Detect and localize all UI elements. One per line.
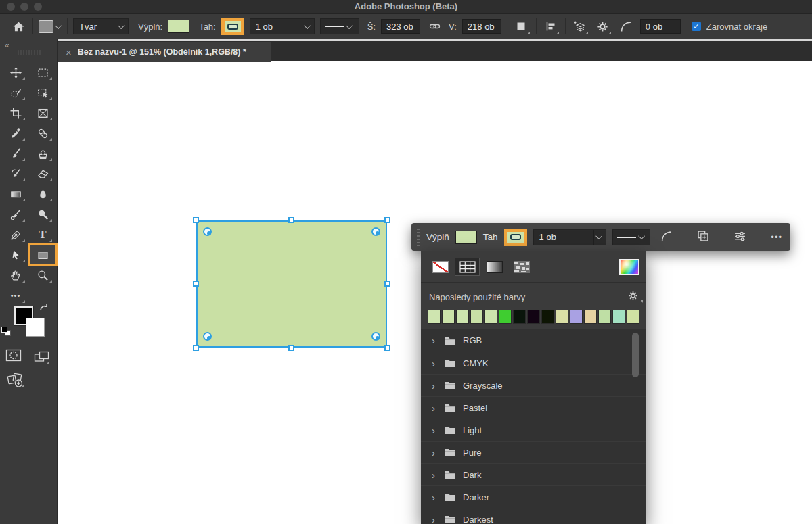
document-tab[interactable]: × Bez názvu-1 @ 151% (Obdélník 1,RGB/8) … <box>58 42 271 62</box>
pattern-button[interactable] <box>509 258 534 276</box>
properties-sliders-icon[interactable] <box>734 231 746 244</box>
edit-toolbar-button[interactable]: ••• <box>2 285 29 306</box>
swatch-group-rgb[interactable]: › RGB <box>421 329 646 352</box>
tool-clone-stamp[interactable] <box>29 143 56 164</box>
transform-handle-s[interactable] <box>288 345 294 351</box>
recent-color-swatch[interactable] <box>556 310 568 324</box>
stroke-color-swatch[interactable] <box>504 229 527 246</box>
corner-radius-widget[interactable] <box>371 332 380 341</box>
recent-color-swatch[interactable] <box>584 310 597 324</box>
no-color-button[interactable] <box>428 258 453 276</box>
gradient-button[interactable] <box>482 258 507 276</box>
path-arrangement-icon[interactable] <box>571 18 589 35</box>
rectangle-shape[interactable] <box>196 220 387 348</box>
tool-frame[interactable] <box>29 103 56 123</box>
stroke-style-combo[interactable] <box>612 229 650 245</box>
transform-handle-n[interactable] <box>288 217 294 223</box>
more-options-icon[interactable]: ••• <box>771 232 782 242</box>
tool-move[interactable] <box>2 62 29 82</box>
color-picker-button[interactable] <box>619 259 639 275</box>
corner-radius-widget[interactable] <box>203 332 212 341</box>
path-operations-icon[interactable] <box>513 18 531 35</box>
recent-color-swatch[interactable] <box>456 310 469 324</box>
tool-mode-select[interactable]: Tvar <box>73 18 129 34</box>
stroke-style-combo[interactable] <box>320 18 359 34</box>
transform-handle-w[interactable] <box>193 281 199 287</box>
tool-history-brush[interactable] <box>2 164 29 184</box>
swatch-group-cmyk[interactable]: › CMYK <box>421 352 646 374</box>
background-color-swatch[interactable] <box>26 318 45 337</box>
tool-gradient[interactable] <box>2 184 29 204</box>
tool-brush[interactable] <box>2 143 29 164</box>
panel-grip[interactable] <box>18 50 42 55</box>
fill-color-swatch[interactable] <box>168 20 189 33</box>
swatch-group-grayscale[interactable]: › Grayscale <box>421 374 646 396</box>
quick-mask-icon[interactable] <box>5 349 22 364</box>
recent-color-swatch[interactable] <box>470 310 483 324</box>
recent-color-swatch[interactable] <box>541 310 554 324</box>
tool-hand[interactable] <box>2 265 29 285</box>
recent-color-swatch[interactable] <box>484 310 497 324</box>
recent-color-swatch[interactable] <box>627 310 639 324</box>
drag-handle[interactable] <box>417 229 420 246</box>
fill-color-swatch[interactable] <box>455 231 477 244</box>
tool-path-selection[interactable] <box>2 245 29 265</box>
recent-color-swatch[interactable] <box>513 310 526 324</box>
tool-crop[interactable] <box>2 103 29 123</box>
recent-color-swatch[interactable] <box>499 310 512 324</box>
stroke-width-combo[interactable]: 1 ob <box>533 229 606 245</box>
corner-radius-icon[interactable] <box>660 231 673 244</box>
tool-rectangular-marquee[interactable] <box>29 62 56 82</box>
corner-radius-input[interactable]: 0 ob <box>640 19 681 34</box>
link-dimensions-icon[interactable] <box>426 18 443 35</box>
align-edges-checkbox[interactable]: ✓ <box>692 22 701 31</box>
transform-handle-sw[interactable] <box>193 345 199 351</box>
transform-handle-e[interactable] <box>384 281 390 287</box>
transform-handle-se[interactable] <box>384 345 390 351</box>
tool-eraser[interactable] <box>29 164 56 184</box>
close-tab-icon[interactable]: × <box>66 47 72 58</box>
recent-color-swatch[interactable] <box>442 310 455 324</box>
swatch-group-partial[interactable]: › Darkest <box>421 508 646 524</box>
tool-dodge[interactable] <box>29 204 56 224</box>
solid-color-swatches-button[interactable] <box>455 258 480 276</box>
duplicate-shape-icon[interactable] <box>697 230 709 244</box>
stroke-color-swatch[interactable] <box>221 18 244 35</box>
recent-color-swatch[interactable] <box>428 310 441 324</box>
transform-handle-ne[interactable] <box>384 217 390 223</box>
add-image-icon[interactable] <box>7 372 24 388</box>
swatch-group-light[interactable]: › Light <box>421 419 646 441</box>
recent-color-swatch[interactable] <box>612 310 625 324</box>
swatch-group-pure[interactable]: › Pure <box>421 441 646 463</box>
scrollbar-thumb[interactable] <box>632 333 639 377</box>
stroke-width-combo[interactable]: 1 ob <box>250 18 315 34</box>
swatch-group-pastel[interactable]: › Pastel <box>421 396 646 419</box>
home-icon[interactable] <box>9 18 27 35</box>
tool-type[interactable]: T <box>29 224 56 245</box>
screen-mode-icon[interactable] <box>34 349 50 364</box>
transform-handle-nw[interactable] <box>193 217 199 223</box>
tool-rectangle[interactable] <box>29 245 56 265</box>
recent-color-swatch[interactable] <box>570 310 583 324</box>
swap-colors-icon[interactable] <box>39 304 49 316</box>
path-alignment-icon[interactable] <box>542 18 560 35</box>
height-input[interactable]: 218 ob <box>462 19 501 34</box>
recent-color-swatch[interactable] <box>598 310 611 324</box>
tool-eyedropper[interactable] <box>2 123 29 143</box>
tool-pen[interactable] <box>2 224 29 245</box>
corner-radius-widget[interactable] <box>371 227 380 236</box>
tool-object-selection[interactable] <box>29 82 56 103</box>
recent-color-swatch[interactable] <box>527 310 540 324</box>
tool-blur[interactable] <box>29 184 56 204</box>
width-input[interactable]: 323 ob <box>381 19 420 34</box>
collapse-panel-button[interactable]: « <box>5 41 10 50</box>
tool-mixer-brush[interactable] <box>2 204 29 224</box>
tool-healing-brush[interactable] <box>29 123 56 143</box>
swatch-settings-gear-icon[interactable] <box>628 291 638 304</box>
corner-radius-widget[interactable] <box>203 227 212 236</box>
tool-selection-brush[interactable] <box>2 82 29 103</box>
swatch-group-dark[interactable]: › Dark <box>421 463 646 485</box>
swatch-group-darker[interactable]: › Darker <box>421 485 646 508</box>
gear-icon[interactable] <box>594 18 612 35</box>
tool-zoom[interactable] <box>29 265 56 285</box>
